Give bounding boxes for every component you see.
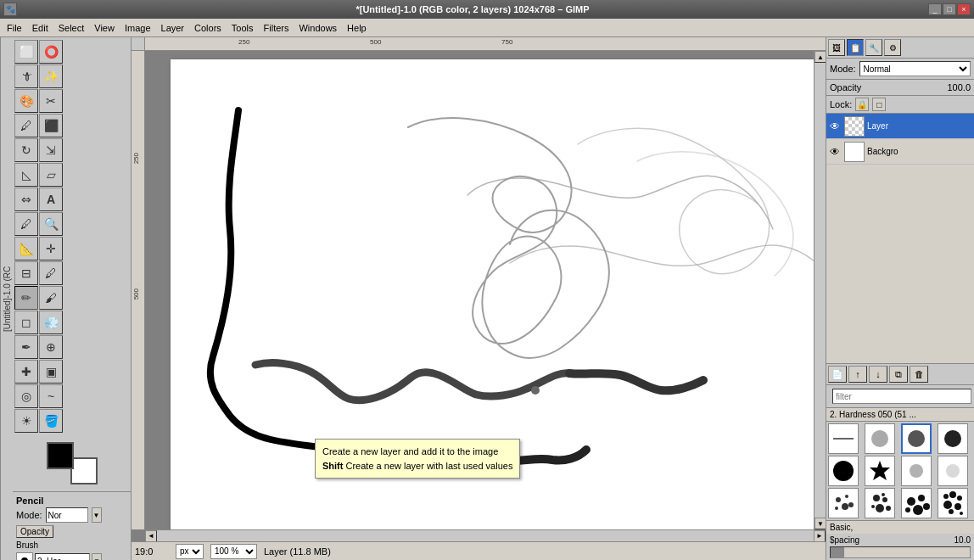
tool-persp-clone[interactable]: ▣ [39, 360, 63, 384]
lock-px-btn[interactable]: 🔒 [855, 98, 869, 111]
menu-windows[interactable]: Windows [294, 21, 342, 35]
tool-color-picker[interactable]: 🖊 [14, 212, 38, 236]
raise-layer-button[interactable]: ↑ [848, 366, 867, 383]
menu-help[interactable]: Help [342, 21, 372, 35]
tool-ink[interactable]: ✒ [14, 335, 38, 359]
tool-smudge[interactable]: ~ [39, 384, 63, 408]
brush-item-2[interactable] [901, 423, 932, 454]
mode-select[interactable]: Normal [859, 61, 971, 76]
tool-ellipse-select[interactable]: ⭕ [39, 40, 63, 64]
tool-text[interactable]: A [39, 188, 63, 211]
layer-eye-1[interactable]: 👁 [828, 145, 842, 159]
brush-name-input[interactable] [35, 553, 90, 560]
brushes-category: Basic, [826, 520, 974, 534]
minimize-button[interactable]: _ [928, 3, 942, 15]
brush-item-7[interactable] [938, 456, 968, 486]
tool-crop[interactable]: ⬛ [39, 114, 63, 137]
layer-item-0[interactable]: 👁 Layer [826, 114, 974, 139]
spacing-slider[interactable] [830, 546, 971, 558]
menu-edit[interactable]: Edit [27, 21, 53, 35]
tool-healing[interactable]: ✚ [14, 360, 38, 384]
fg-color-swatch[interactable] [47, 442, 74, 469]
lock-alpha-btn[interactable]: □ [872, 98, 886, 111]
tool-rect-select[interactable]: ⬜ [14, 40, 38, 64]
menu-view[interactable]: View [89, 21, 120, 35]
brush-filter-input[interactable] [832, 389, 971, 404]
svg-marker-6 [870, 461, 890, 480]
menu-image[interactable]: Image [120, 21, 156, 35]
brush-item-6[interactable] [901, 456, 932, 486]
panel-btn-4[interactable]: ⚙ [884, 39, 901, 56]
tool-dodge[interactable]: ☀ [14, 409, 38, 433]
menu-select[interactable]: Select [53, 21, 90, 35]
tool-perspective[interactable]: ▱ [39, 163, 63, 187]
v-scroll-down[interactable]: ▼ [814, 518, 826, 529]
tool-color-select[interactable]: 🎨 [14, 89, 38, 113]
tool-clone[interactable]: ⊕ [39, 335, 63, 359]
menu-tools[interactable]: Tools [227, 21, 259, 35]
layer-item-1[interactable]: 👁 Backgro [826, 139, 974, 165]
brush-item-9[interactable] [865, 488, 895, 518]
tool-move[interactable]: ✛ [39, 237, 63, 260]
panel-btn-2[interactable]: 📋 [847, 39, 864, 56]
tool-fg-select[interactable]: 🖊 [14, 114, 38, 137]
tool-flip[interactable]: ⇔ [14, 188, 38, 211]
h-scroll-right[interactable]: ► [814, 530, 826, 542]
tool-scale[interactable]: ⇲ [39, 138, 63, 162]
tool-pencil[interactable]: ✏ [14, 286, 38, 310]
mode-input[interactable] [46, 507, 88, 523]
menu-colors[interactable]: Colors [189, 21, 227, 35]
brush-item-0[interactable] [828, 423, 859, 454]
bg-color-swatch[interactable] [70, 457, 98, 484]
svg-point-5 [833, 461, 854, 481]
brush-item-4[interactable] [828, 456, 859, 486]
brush-dropdown[interactable]: ▼ [92, 553, 102, 560]
duplicate-layer-button[interactable]: ⧉ [889, 366, 908, 383]
tool-free-select[interactable]: 🗡 [14, 64, 38, 88]
h-scroll-left[interactable]: ◄ [145, 530, 157, 542]
v-scroll-up[interactable]: ▲ [814, 51, 826, 63]
new-layer-button[interactable]: 📄 [828, 366, 847, 383]
brush-item-1[interactable] [865, 423, 895, 454]
opacity-button[interactable]: Opacity [16, 525, 53, 538]
zoom-select[interactable]: 100 % [210, 544, 257, 559]
lower-layer-button[interactable]: ↓ [869, 366, 887, 383]
v-scrollbar[interactable]: ▲ ▼ [814, 51, 826, 529]
menu-file[interactable]: File [2, 21, 27, 35]
tool-paintbrush[interactable]: 🖌 [39, 286, 63, 310]
svg-point-19 [882, 493, 885, 496]
brush-item-8[interactable] [828, 488, 859, 518]
tool-eraser[interactable]: ◻ [14, 311, 38, 334]
tool-align[interactable]: ⊟ [14, 261, 38, 285]
canvas-viewport[interactable]: Create a new layer and add it to the ima… [145, 51, 814, 529]
layers-toolbar: 📄 ↑ ↓ ⧉ 🗑 [826, 363, 974, 384]
maximize-button[interactable]: □ [943, 3, 956, 15]
menu-filters[interactable]: Filters [259, 21, 294, 35]
tool-blur[interactable]: ◎ [14, 384, 38, 408]
tool-fuzzy-select[interactable]: ✨ [39, 64, 63, 88]
h-scrollbar[interactable]: ◄ ► [145, 529, 826, 541]
delete-layer-button[interactable]: 🗑 [910, 366, 928, 383]
tool-rotate[interactable]: ↻ [14, 138, 38, 162]
brushes-panel: 2. Hardness 050 (51 ... [826, 384, 974, 560]
panel-btn-1[interactable]: 🖼 [828, 39, 845, 56]
tool-bucket[interactable]: 🪣 [39, 409, 63, 433]
mode-label: Mode: [16, 510, 42, 520]
tool-airbrush[interactable]: 💨 [39, 311, 63, 334]
tool-shear[interactable]: ◺ [14, 163, 38, 187]
mode-dropdown[interactable]: ▼ [92, 507, 102, 523]
brush-item-5[interactable] [865, 456, 895, 486]
unit-select[interactable]: px [176, 544, 204, 559]
tool-magnify[interactable]: 🔍 [39, 212, 63, 236]
tool-measure[interactable]: 📐 [14, 237, 38, 260]
tool-scissors[interactable]: ✂ [39, 89, 63, 113]
brush-item-11[interactable] [938, 488, 968, 518]
menu-layer[interactable]: Layer [156, 21, 190, 35]
tool-path[interactable]: 🖊 [39, 261, 63, 285]
brush-item-3[interactable] [938, 423, 968, 454]
layer-eye-0[interactable]: 👁 [828, 120, 842, 133]
panel-btn-3[interactable]: 🔧 [865, 39, 882, 56]
fg-bg-colors [47, 442, 98, 484]
close-button[interactable]: × [957, 3, 971, 15]
brush-item-10[interactable] [901, 488, 932, 518]
